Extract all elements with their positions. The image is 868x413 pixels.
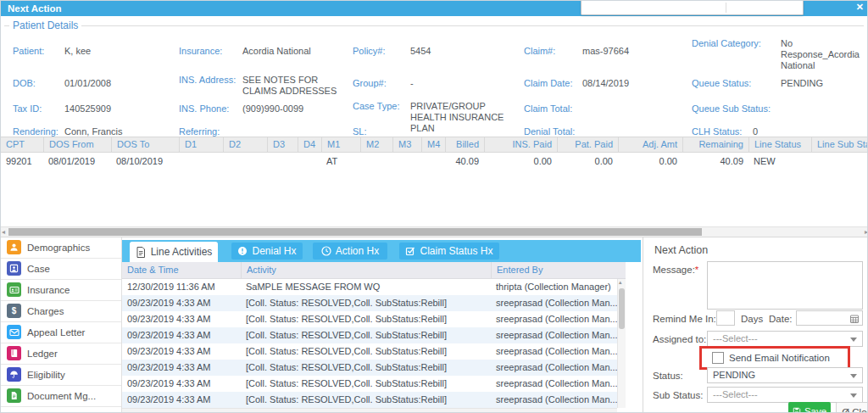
assigned-to-label: Assigned to: [653,334,706,344]
activity-row[interactable]: 09/23/2019 4:33 AM [Coll. Status: RESOLV… [122,376,617,392]
vertical-scrollbar-thumb[interactable] [619,288,625,329]
col-pat-paid[interactable]: Pat. Paid [557,137,618,152]
horizontal-scrollbar[interactable]: ◂ ▸ [1,226,868,237]
claim-total-label: Claim Total: [524,103,572,114]
col-line-status[interactable]: Line Status [748,137,811,152]
col-m4[interactable]: M4 [421,137,445,152]
sidebar-item-case[interactable]: Case [1,259,121,280]
activity-row[interactable]: 09/23/2019 4:33 AM [Coll. Status: RESOLV… [122,392,617,408]
date-input[interactable] [796,310,863,326]
activity-row[interactable]: 09/23/2019 4:33 AM [Coll. Status: RESOLV… [122,295,617,311]
chevron-down-icon [850,393,857,398]
cell-dos-from: 08/01/2019 [43,153,111,170]
sidebar-item-insurance[interactable]: Insurance [1,280,121,301]
col-date-time[interactable]: Date & Time [122,262,241,278]
queue-status-label: Queue Status: [692,78,751,89]
claim-no-value: mas-97664 [582,46,629,57]
sidebar-item-appeal-letter[interactable]: Appeal Letter [1,322,121,343]
case-type-label: Case Type: [353,101,399,112]
close-button[interactable]: Ø Close [836,402,868,413]
activity-vertical-scrollbar[interactable]: ▴ [617,279,626,408]
sub-status-select[interactable]: ---Select--- [707,387,863,403]
ins-address-label: INS. Address: [179,75,236,86]
document-lines-icon [136,247,146,258]
col-activity[interactable]: Activity [241,262,491,278]
cell-billed: 40.09 [445,153,484,170]
cell-d1 [179,153,223,170]
cell-d3 [267,153,298,170]
book-icon [7,346,21,360]
claim-date-value: 08/14/2019 [582,78,629,89]
col-adj-amt[interactable]: Adj. Amt [618,137,682,152]
search-input[interactable] [581,1,804,15]
cell-d4 [298,153,321,170]
scroll-up-arrow-icon[interactable]: ▴ [619,279,622,286]
col-dos-from[interactable]: DOS From [43,137,111,152]
sidebar-item-eligibility[interactable]: Eligibility [1,365,121,386]
id-card-icon [7,282,21,297]
col-cpt[interactable]: CPT [1,137,43,152]
sidebar-item-label: Document Mg... [27,386,96,406]
ins-phone-label: INS. Phone: [179,103,229,114]
tab-line-activities[interactable]: Line Activities [130,242,218,262]
sidebar-item-label: Insurance [27,280,70,300]
col-ins-paid[interactable]: INS. Paid [484,137,557,152]
sidebar-item-label: Ledger [27,343,58,364]
cell-d2 [223,153,267,170]
chevron-down-icon [850,338,857,342]
tab-claim-status-hx[interactable]: Claim Status Hx [399,243,499,260]
chevron-down-icon [850,374,857,378]
cell-date-time: 09/23/2019 4:33 AM [122,360,241,376]
status-select[interactable]: PENDING [707,367,863,383]
col-remaining[interactable]: Remaining [682,137,748,152]
scroll-left-arrow-icon[interactable]: ◂ [2,227,5,237]
cell-date-time: 09/23/2019 4:33 AM [122,327,241,343]
col-line-sub-status[interactable]: Line Sub Sta [811,137,868,152]
col-entered-by[interactable]: Entered By [491,262,626,278]
claim-row[interactable]: 99201 08/01/2019 08/10/2019 AT 40.09 0.0… [1,153,868,170]
col-billed[interactable]: Billed [445,137,484,152]
col-d4[interactable]: D4 [298,137,321,152]
sidebar-item-demographics[interactable]: Demographics [1,237,121,259]
claim-no-label: Claim#: [524,46,555,57]
person-icon [7,240,21,254]
activity-horizontal-scrollbar[interactable] [122,408,617,413]
dollar-icon: $ [7,304,21,318]
activity-row[interactable]: 09/23/2019 4:33 AM [Coll. Status: RESOLV… [122,327,617,343]
history-tab-bar: Line Activities Denial Hx Action Hx Clai… [122,240,641,262]
policy-value: 5454 [410,46,431,57]
patient-label: Patient: [13,46,44,57]
scroll-right-arrow-icon[interactable]: ▸ [865,227,868,237]
sidebar-item-ledger[interactable]: Ledger [1,343,121,365]
col-m3[interactable]: M3 [392,137,421,152]
sidebar-item-document-mgmt[interactable]: Document Mg... [1,386,121,407]
remind-days-input[interactable] [716,310,735,326]
cell-adj-amt: 0.00 [618,153,682,170]
message-label-text: Message: [653,265,695,275]
calendar-icon[interactable] [850,315,859,323]
col-dos-to[interactable]: DOS To [111,137,179,152]
col-m1[interactable]: M1 [321,137,360,152]
send-email-checkbox[interactable] [712,352,724,364]
activity-row[interactable]: 09/23/2019 4:33 AM [Coll. Status: RESOLV… [122,360,617,376]
activity-row[interactable]: 09/23/2019 4:33 AM [Coll. Status: RESOLV… [122,311,617,327]
tab-action-hx[interactable]: Action Hx [313,243,387,260]
horizontal-scrollbar-thumb[interactable] [8,228,702,236]
activity-row[interactable]: 09/23/2019 4:33 AM [Coll. Status: RESOLV… [122,343,617,360]
save-floppy-icon [793,407,801,413]
next-action-dialog: Next Action ✕ Patient Details Patient: K… [0,0,868,413]
col-m2[interactable]: M2 [360,137,392,152]
assigned-to-select[interactable]: ---Select--- [707,331,863,347]
col-d3[interactable]: D3 [267,137,298,152]
cell-line-status: NEW [748,153,811,170]
activity-table-header: Date & Time Activity Entered By [122,262,626,279]
policy-label: Policy#: [353,46,386,57]
tab-denial-hx[interactable]: Denial Hx [231,243,303,260]
sidebar-item-charges[interactable]: $ Charges [1,301,121,322]
close-icon[interactable]: ✕ [856,2,864,13]
col-d2[interactable]: D2 [223,137,267,152]
col-d1[interactable]: D1 [179,137,223,152]
activity-row[interactable]: 12/30/2019 11:36 AM SaMPLE MESSAGE FROM … [122,279,617,295]
message-textarea[interactable] [707,261,863,310]
save-button[interactable]: Save [788,402,831,413]
